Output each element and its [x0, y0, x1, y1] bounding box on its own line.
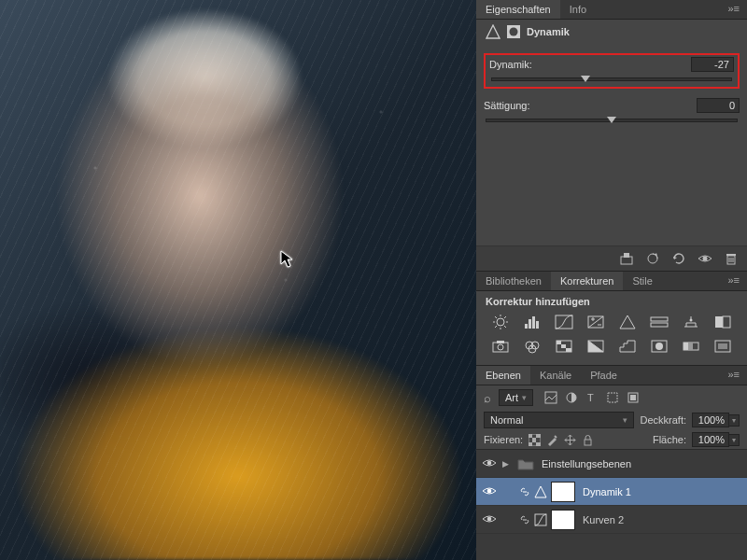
panel-menu-icon[interactable]: »≡ [720, 366, 747, 385]
clip-to-layer-icon[interactable] [618, 250, 635, 267]
vibrance-slider[interactable] [491, 77, 732, 81]
layer-name[interactable]: Kurven 2 [583, 514, 624, 525]
opacity-dropdown-icon[interactable]: ▾ [729, 414, 740, 427]
svg-rect-31 [651, 323, 668, 327]
svg-rect-37 [497, 341, 504, 343]
svg-rect-66 [536, 442, 541, 446]
tab-properties[interactable]: Eigenschaften [476, 0, 560, 19]
layers-panel: Ebenen Kanäle Pfade »≡ ⌕ Art▾ T Normal▾ … [476, 365, 747, 560]
photo-filter-icon[interactable] [489, 337, 512, 356]
selective-color-icon[interactable] [712, 337, 734, 356]
visibility-toggle-icon[interactable] [480, 485, 499, 498]
filter-shape-icon[interactable] [606, 391, 619, 404]
layer-mask-thumb[interactable] [551, 510, 575, 530]
panel-menu-icon[interactable]: »≡ [720, 272, 747, 290]
hue-saturation-icon[interactable] [648, 313, 670, 331]
svg-rect-23 [536, 321, 539, 329]
vibrance-adjustment-icon [486, 24, 500, 39]
visibility-toggle-icon[interactable] [480, 513, 499, 526]
blend-mode-select[interactable]: Normal▾ [484, 412, 634, 428]
view-previous-icon[interactable] [644, 250, 661, 267]
lock-label: Fixieren: [484, 434, 523, 445]
svg-point-11 [497, 318, 504, 326]
tab-styles[interactable]: Stile [623, 272, 661, 290]
svg-rect-42 [557, 341, 561, 344]
filter-search-icon[interactable]: ⌕ [484, 391, 491, 405]
vibrance-icon[interactable] [616, 313, 639, 331]
visibility-icon[interactable] [697, 250, 713, 267]
layer-row[interactable]: Kurven 2 [476, 506, 747, 534]
svg-rect-33 [715, 316, 723, 328]
svg-rect-30 [651, 317, 668, 321]
adjustments-panel: Bibliotheken Korrekturen Stile »≡ Korrek… [476, 271, 747, 365]
filter-type-select[interactable]: Art▾ [499, 389, 533, 406]
invert-icon[interactable] [585, 337, 607, 356]
saturation-slider[interactable] [486, 119, 738, 122]
svg-line-18 [495, 326, 497, 328]
tab-libraries[interactable]: Bibliotheken [476, 272, 551, 290]
trash-icon[interactable] [723, 250, 740, 267]
filter-smart-icon[interactable] [627, 391, 640, 404]
vibrance-slider-row: Dynamik: [484, 53, 740, 89]
svg-rect-7 [726, 254, 736, 256]
layer-mask-thumb[interactable] [551, 482, 575, 502]
layer-group-row[interactable]: ▶ Einstellungsebenen [476, 450, 747, 478]
brightness-contrast-icon[interactable] [489, 313, 512, 331]
properties-tabs: Eigenschaften Info »≡ [476, 0, 747, 20]
svg-point-32 [690, 319, 693, 322]
color-lookup-icon[interactable] [553, 337, 575, 356]
adjustment-icons [476, 309, 747, 365]
disclosure-triangle-icon[interactable]: ▶ [502, 459, 514, 469]
link-icon[interactable] [519, 486, 530, 497]
svg-rect-67 [585, 440, 591, 445]
filter-pixel-icon[interactable] [544, 391, 557, 404]
reset-icon[interactable] [670, 250, 687, 267]
panel-menu-icon[interactable]: »≡ [720, 0, 747, 19]
threshold-icon[interactable] [648, 337, 670, 356]
layer-tree: ▶ Einstellungsebenen Dynamik 1 Kurven 2 [476, 449, 747, 560]
filter-adjustment-icon[interactable] [565, 391, 578, 404]
layer-name[interactable]: Einstellungsebenen [542, 458, 631, 469]
lock-all-icon[interactable] [582, 434, 594, 446]
curves-icon[interactable] [553, 313, 575, 331]
svg-rect-44 [566, 348, 571, 352]
svg-point-69 [487, 488, 492, 493]
layer-name[interactable]: Dynamik 1 [583, 486, 631, 497]
levels-icon[interactable] [521, 313, 543, 331]
tab-paths[interactable]: Pfade [581, 366, 627, 385]
tab-corrections[interactable]: Korrekturen [551, 272, 623, 290]
exposure-icon[interactable] [585, 313, 607, 331]
document-canvas[interactable] [0, 0, 476, 560]
opacity-value[interactable]: 100% [692, 413, 729, 427]
channel-mixer-icon[interactable] [521, 337, 543, 356]
svg-rect-43 [561, 344, 566, 348]
mask-icon[interactable] [506, 24, 521, 39]
link-icon[interactable] [519, 514, 530, 525]
lock-transparency-icon[interactable] [529, 434, 541, 446]
layer-row-selected[interactable]: Dynamik 1 [476, 478, 747, 506]
fill-dropdown-icon[interactable]: ▾ [729, 434, 740, 446]
lock-pixels-icon[interactable] [546, 434, 558, 446]
gradient-map-icon[interactable] [680, 337, 702, 356]
saturation-value-input[interactable] [697, 98, 740, 113]
adjustment-thumb-icon [534, 485, 547, 498]
fill-label: Fläche: [653, 434, 686, 445]
add-adjustment-label: Korrektur hinzufügen [476, 291, 747, 309]
black-white-icon[interactable] [712, 313, 734, 331]
svg-line-19 [504, 316, 506, 318]
lock-position-icon[interactable] [564, 434, 576, 446]
visibility-toggle-icon[interactable] [480, 457, 499, 470]
tab-layers[interactable]: Ebenen [476, 366, 530, 385]
vibrance-value-input[interactable] [691, 57, 734, 72]
tab-channels[interactable]: Kanäle [530, 366, 581, 385]
fill-value[interactable]: 100% [692, 432, 729, 447]
svg-point-68 [487, 460, 492, 465]
filter-type-icon[interactable]: T [585, 391, 599, 404]
adjustment-title: Dynamik [527, 26, 570, 37]
layer-filter-row: ⌕ Art▾ T [476, 385, 747, 410]
svg-rect-65 [529, 442, 532, 446]
tab-info[interactable]: Info [560, 0, 596, 19]
color-balance-icon[interactable] [680, 313, 702, 331]
posterize-icon[interactable] [616, 337, 639, 356]
svg-text:T: T [587, 392, 594, 403]
